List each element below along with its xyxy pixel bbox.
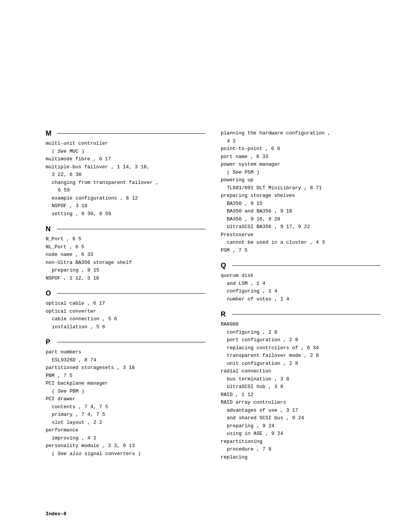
list-item: and shared SCSI bus , 9 24 xyxy=(221,414,381,422)
list-item: 3 22, 6 30 xyxy=(46,171,206,179)
list-item: contents , 7 4, 7 5 xyxy=(46,403,206,411)
list-item: Prestoserve xyxy=(221,231,381,239)
list-item: point-to-point , 6 6 xyxy=(221,145,381,153)
section-o-entries: optical cable , 6 17 optical converter c… xyxy=(46,300,206,331)
section-rule-m xyxy=(57,133,206,134)
list-item: RAID array controllers xyxy=(221,399,381,406)
list-item: number of votes , 1 4 xyxy=(221,296,381,303)
list-item: improving , 4 2 xyxy=(46,435,206,442)
list-item: example configurations , 6 12 xyxy=(46,195,206,202)
section-rule-o xyxy=(57,293,206,294)
footer: Index–8 xyxy=(46,511,381,517)
section-r: R RA8000 configuring , 2 8 port configur… xyxy=(221,310,381,461)
list-item: 4 2 xyxy=(221,137,381,145)
section-r-entries: RA8000 configuring , 2 8 port configurat… xyxy=(221,321,381,461)
list-item: UltraSCSI hub , 3 8 xyxy=(221,383,381,391)
list-item: changing from transparent failover , xyxy=(46,179,206,187)
list-item: cable connection , 5 6 xyxy=(46,315,206,323)
section-header-q: Q xyxy=(221,262,381,270)
section-rule-r xyxy=(232,314,381,315)
list-item: optical cable , 6 17 xyxy=(46,300,206,307)
list-item: powering up xyxy=(221,176,381,184)
section-header-p: P xyxy=(46,338,206,346)
list-item: power system manager xyxy=(221,161,381,168)
list-item: TL881/891 DLT MiniLibrary , 8 71 xyxy=(221,184,381,192)
right-column: planning the hardware configuration , 4 … xyxy=(221,129,381,468)
list-item: multiple-bus failover , 1 14, 3 18, xyxy=(46,163,206,171)
section-o: O optical cable , 6 17 optical converter… xyxy=(46,289,206,331)
list-item: bus termination , 3 8 xyxy=(221,375,381,383)
list-item: slot layout , 2 2 xyxy=(46,419,206,427)
list-item: UltraSCSI BA356 , 9 17, 9 22 xyxy=(221,223,381,231)
section-p: P part numbers ESL9326D , 8 74 partition… xyxy=(46,338,206,457)
list-item: preparing , 9 24 xyxy=(221,422,381,430)
section-letter-q: Q xyxy=(221,262,228,270)
list-item: NSPOF , 3 18 xyxy=(46,202,206,210)
section-header-n: N xyxy=(46,225,206,233)
list-item: replacing xyxy=(221,454,381,461)
list-item: replacing controllers of , 6 34 xyxy=(221,344,381,352)
list-item: ( See PBM ) xyxy=(46,388,206,395)
list-item: personality module , 3 3, 9 13 xyxy=(46,442,206,450)
list-item: port name , 6 33 xyxy=(221,153,381,161)
list-item: RA8000 xyxy=(221,321,381,328)
section-q: Q quorum disk and LSM , 1 4 configuring … xyxy=(221,262,381,303)
page: M multi-unit controller ( See MUC ) mult… xyxy=(0,0,411,532)
list-item: preparing storage shelves xyxy=(221,192,381,200)
left-column: M multi-unit controller ( See MUC ) mult… xyxy=(46,129,206,468)
list-item: multi-unit controller xyxy=(46,140,206,147)
list-item: NL_Port , 6 5 xyxy=(46,243,206,251)
list-item: and LSM , 1 4 xyxy=(221,280,381,288)
section-letter-m: M xyxy=(46,129,53,137)
list-item: repartitioning xyxy=(221,438,381,446)
list-item: PBM , 7 5 xyxy=(46,372,206,380)
section-m-entries: multi-unit controller ( See MUC ) multim… xyxy=(46,140,206,217)
list-item: node name , 6 33 xyxy=(46,251,206,259)
list-item: NSPOF , 1 12, 3 18 xyxy=(46,275,206,282)
section-letter-o: O xyxy=(46,289,53,297)
list-item: partitioned storagesets , 3 18 xyxy=(46,364,206,372)
section-p-cont-entries: planning the hardware configuration , 4 … xyxy=(221,129,381,254)
list-item: BA356 , 9 16, 9 20 xyxy=(221,216,381,223)
list-item: BA350 , 9 15 xyxy=(221,200,381,208)
list-item: configuring , 1 4 xyxy=(221,288,381,295)
list-item: multimode fibre , 6 17 xyxy=(46,155,206,163)
section-rule-q xyxy=(232,265,381,266)
list-item: primary , 7 4, 7 5 xyxy=(46,411,206,419)
section-n: N N_Port , 6 5 NL_Port , 6 5 node name ,… xyxy=(46,225,206,282)
list-item: non-Ultra BA356 storage shelf xyxy=(46,259,206,267)
list-item: quorum disk xyxy=(221,272,381,280)
list-item: cannot be used in a cluster , 4 3 xyxy=(221,239,381,246)
list-item: RAID , 1 12 xyxy=(221,391,381,399)
section-header-o: O xyxy=(46,289,206,297)
list-item: planning the hardware configuration , xyxy=(221,129,381,137)
list-item: transparent failover mode , 2 8 xyxy=(221,352,381,359)
list-item: port configuration , 2 8 xyxy=(221,336,381,344)
main-content: M multi-unit controller ( See MUC ) mult… xyxy=(46,129,381,468)
list-item: ( See also signal converters ) xyxy=(46,450,206,458)
list-item: unit configuration , 2 8 xyxy=(221,360,381,367)
list-item: N_Port , 6 5 xyxy=(46,235,206,243)
list-item: optical converter xyxy=(46,308,206,315)
list-item: advantages of use , 3 17 xyxy=(221,407,381,414)
list-item: ( See PSM ) xyxy=(221,169,381,176)
section-p-entries: part numbers ESL9326D , 8 74 partitioned… xyxy=(46,348,206,457)
section-n-entries: N_Port , 6 5 NL_Port , 6 5 node name , 6… xyxy=(46,235,206,282)
section-header-m: M xyxy=(46,129,206,137)
list-item: 6 59 xyxy=(46,187,206,194)
section-rule-p xyxy=(57,342,206,342)
list-item: ESL9326D , 8 74 xyxy=(46,356,206,364)
section-letter-r: R xyxy=(221,310,228,318)
section-p-cont: planning the hardware configuration , 4 … xyxy=(221,129,381,254)
section-header-r: R xyxy=(221,310,381,318)
list-item: PCI backplane manager xyxy=(46,380,206,387)
section-rule-n xyxy=(57,229,206,229)
list-item: BA350 and BA356 , 9 18 xyxy=(221,208,381,215)
list-item: part numbers xyxy=(46,348,206,356)
list-item: radial connection xyxy=(221,367,381,375)
list-item: performance xyxy=(46,427,206,434)
list-item: setting , 6 30, 6 59 xyxy=(46,210,206,218)
list-item: ( See MUC ) xyxy=(46,148,206,155)
section-m: M multi-unit controller ( See MUC ) mult… xyxy=(46,129,206,217)
list-item: configuring , 2 8 xyxy=(221,329,381,336)
